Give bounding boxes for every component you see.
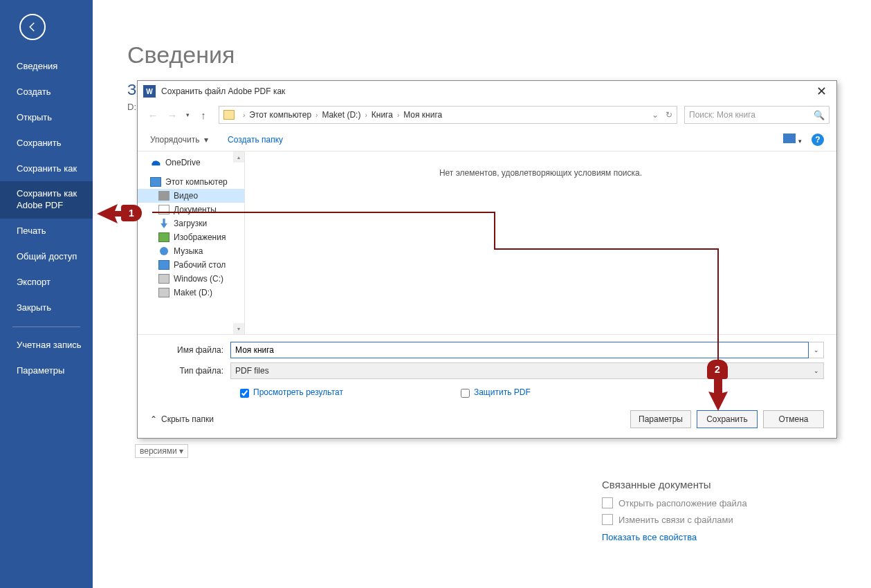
breadcrumb-item[interactable]: Этот компьютер bbox=[249, 110, 311, 120]
nav-back-arrow[interactable]: ← bbox=[145, 107, 161, 123]
protect-pdf-checkbox[interactable]: Защитить PDF bbox=[461, 387, 531, 398]
drive-icon bbox=[158, 274, 169, 284]
tree-drive-c[interactable]: Windows (C:) bbox=[138, 272, 244, 286]
refresh-icon[interactable]: ↻ bbox=[666, 110, 672, 120]
nav-divider bbox=[12, 327, 80, 327]
nav-save[interactable]: Сохранить bbox=[0, 131, 93, 156]
dialog-titlebar: W Сохранить файл Adobe PDF как ✕ bbox=[138, 81, 836, 102]
word-icon: W bbox=[143, 85, 156, 98]
folder-icon bbox=[602, 497, 613, 508]
file-list-area[interactable]: Нет элементов, удовлетворяющих условиям … bbox=[245, 151, 836, 334]
nav-new[interactable]: Создать bbox=[0, 80, 93, 105]
open-file-location[interactable]: Открыть расположение файла bbox=[602, 497, 837, 508]
filetype-label: Тип файла: bbox=[150, 366, 230, 376]
nav-share[interactable]: Общий доступ bbox=[0, 244, 93, 270]
dialog-title-text: Сохранить файл Adobe PDF как bbox=[161, 86, 285, 96]
folder-icon bbox=[223, 110, 235, 120]
help-button[interactable]: ? bbox=[812, 134, 824, 146]
onedrive-icon bbox=[150, 158, 161, 167]
save-as-dialog: W Сохранить файл Adobe PDF как ✕ ← → ▾ ↑… bbox=[137, 80, 837, 439]
tree-video[interactable]: Видео bbox=[138, 189, 244, 203]
desktop-icon bbox=[158, 260, 169, 270]
dialog-bottom-panel: Имя файла: ⌄ Тип файла: PDF files⌄ Просм… bbox=[138, 334, 836, 438]
breadcrumb-item[interactable]: Книга bbox=[372, 110, 393, 120]
chevron-right-icon: › bbox=[243, 111, 245, 119]
filename-history-dropdown[interactable]: ⌄ bbox=[809, 342, 824, 358]
image-icon bbox=[158, 232, 169, 242]
breadcrumb-item[interactable]: Моя книга bbox=[403, 110, 442, 120]
nav-open[interactable]: Открыть bbox=[0, 105, 93, 131]
tree-images[interactable]: Изображения bbox=[138, 230, 244, 244]
filename-input[interactable] bbox=[230, 342, 809, 358]
drive-icon bbox=[158, 288, 169, 297]
arrow-left-icon bbox=[26, 21, 39, 33]
chevron-up-icon: ⌃ bbox=[150, 414, 157, 424]
parameters-button[interactable]: Параметры bbox=[630, 410, 691, 428]
organize-menu[interactable]: Упорядочить ▾ bbox=[150, 135, 208, 145]
download-icon bbox=[158, 219, 169, 228]
address-bar[interactable]: › Этот компьютер › Maket (D:) › Книга › … bbox=[219, 106, 677, 124]
breadcrumb-item[interactable]: Maket (D:) bbox=[322, 110, 360, 120]
view-mode-button[interactable]: ▾ bbox=[783, 134, 802, 145]
tree-onedrive[interactable]: OneDrive bbox=[138, 156, 244, 169]
tree-music[interactable]: Музыка bbox=[138, 244, 244, 258]
video-icon bbox=[158, 191, 169, 201]
backstage-sidebar: Сведения Создать Открыть Сохранить Сохра… bbox=[0, 0, 93, 588]
computer-icon bbox=[150, 177, 161, 187]
versions-dropdown[interactable]: версиями ▾ bbox=[135, 444, 188, 458]
nav-print[interactable]: Печать bbox=[0, 219, 93, 244]
save-button[interactable]: Сохранить bbox=[697, 410, 758, 428]
addr-dropdown-icon[interactable]: ⌄ bbox=[652, 110, 659, 120]
nav-forward-arrow[interactable]: → bbox=[164, 107, 181, 123]
new-folder-button[interactable]: Создать папку bbox=[228, 135, 283, 145]
related-documents: Связанные документы Открыть расположение… bbox=[602, 479, 837, 542]
search-icon: 🔍 bbox=[814, 110, 825, 120]
nav-history-dropdown[interactable]: ▾ bbox=[186, 111, 190, 118]
tree-drive-d[interactable]: Maket (D:) bbox=[138, 286, 244, 300]
dialog-toolbar: Упорядочить ▾ Создать папку ▾ ? bbox=[138, 128, 836, 151]
nav-account[interactable]: Учетная запись bbox=[0, 333, 93, 358]
nav-options[interactable]: Параметры bbox=[0, 358, 93, 384]
tree-this-pc[interactable]: Этот компьютер bbox=[138, 175, 244, 189]
page-title: Сведения bbox=[127, 42, 871, 68]
chevron-right-icon: › bbox=[397, 111, 399, 119]
filetype-select[interactable]: PDF files⌄ bbox=[230, 362, 824, 379]
links-icon bbox=[602, 514, 613, 525]
show-all-properties[interactable]: Показать все свойства bbox=[602, 532, 837, 542]
dialog-close-button[interactable]: ✕ bbox=[812, 84, 831, 99]
nav-up-arrow[interactable]: ↑ bbox=[195, 107, 212, 123]
music-icon bbox=[158, 246, 169, 256]
nav-save-as-adobe-pdf[interactable]: Сохранить как Adobe PDF bbox=[0, 181, 93, 219]
cancel-button[interactable]: Отмена bbox=[763, 410, 824, 428]
document-icon bbox=[158, 205, 169, 214]
nav-export[interactable]: Экспорт bbox=[0, 270, 93, 295]
annotation-callout-1: 1 bbox=[121, 205, 142, 221]
scroll-up-icon[interactable]: ▴ bbox=[233, 151, 244, 163]
back-button[interactable] bbox=[19, 14, 46, 40]
search-input[interactable]: Поиск: Моя книга 🔍 bbox=[684, 106, 829, 124]
folder-tree[interactable]: ▴ OneDrive Этот компьютер Видео Документ… bbox=[138, 151, 245, 334]
nav-info[interactable]: Сведения bbox=[0, 54, 93, 80]
preview-result-checkbox[interactable]: Просмотреть результат bbox=[240, 387, 343, 398]
empty-message: Нет элементов, удовлетворяющих условиям … bbox=[245, 168, 836, 178]
annotation-callout-2: 2 bbox=[707, 360, 728, 379]
chevron-right-icon: › bbox=[365, 111, 367, 119]
related-heading: Связанные документы bbox=[602, 479, 837, 490]
tree-documents[interactable]: Документы bbox=[138, 203, 244, 217]
hide-folders-toggle[interactable]: ⌃Скрыть папки bbox=[150, 414, 214, 424]
chevron-right-icon: › bbox=[315, 111, 318, 119]
dialog-navbar: ← → ▾ ↑ › Этот компьютер › Maket (D:) › … bbox=[138, 102, 836, 128]
tree-downloads[interactable]: Загрузки bbox=[138, 217, 244, 230]
filename-label: Имя файла: bbox=[150, 345, 230, 355]
nav-save-as[interactable]: Сохранить как bbox=[0, 156, 93, 182]
edit-file-links[interactable]: Изменить связи с файлами bbox=[602, 514, 837, 525]
tree-desktop[interactable]: Рабочий стол bbox=[138, 258, 244, 272]
scroll-down-icon[interactable]: ▾ bbox=[233, 323, 244, 334]
view-icon bbox=[783, 134, 796, 143]
nav-close[interactable]: Закрыть bbox=[0, 295, 93, 321]
